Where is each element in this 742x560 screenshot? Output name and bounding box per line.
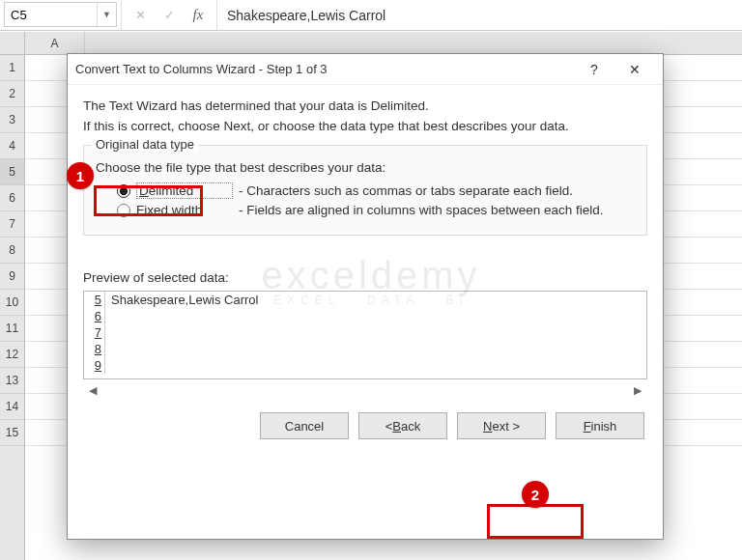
next-button[interactable]: Next > — [457, 412, 546, 439]
row-header[interactable]: 1 — [0, 55, 24, 81]
preview-box[interactable]: 5Shakespeare,Lewis Carrol 6 7 8 9 — [83, 291, 647, 379]
radio-row-delimited: Delimited - Characters such as commas or… — [117, 182, 635, 199]
radio-row-fixed: Fixed width - Fields are aligned in colu… — [117, 203, 635, 217]
column-headers: A — [25, 32, 742, 55]
close-button[interactable]: ✕ — [614, 54, 655, 85]
preview-row-num: 8 — [84, 341, 105, 357]
preview-scrollbar[interactable]: ◀ ▶ — [83, 381, 647, 399]
intro-text-2: If this is correct, choose Next, or choo… — [83, 119, 647, 133]
cancel-formula-icon: ✕ — [128, 4, 153, 27]
name-box-input[interactable] — [5, 8, 97, 22]
row-header[interactable]: 6 — [0, 185, 24, 211]
intro-text-1: The Text Wizard has determined that your… — [83, 98, 647, 113]
preview-row-num: 7 — [84, 324, 105, 341]
dialog-titlebar[interactable]: Convert Text to Columns Wizard - Step 1 … — [68, 54, 663, 85]
scroll-left-icon[interactable]: ◀ — [85, 384, 100, 397]
formula-input[interactable]: Shakespeare,Lewis Carrol — [217, 0, 742, 30]
row-header[interactable]: 9 — [0, 264, 24, 290]
row-header[interactable]: 3 — [0, 107, 24, 133]
original-data-type-group: Original data type Choose the file type … — [83, 145, 647, 236]
row-header[interactable]: 14 — [0, 394, 24, 420]
name-box[interactable]: ▼ — [4, 2, 117, 27]
preview-row-val — [105, 341, 111, 357]
row-header[interactable]: 10 — [0, 290, 24, 316]
preview-row-num: 9 — [84, 357, 105, 374]
preview-row-val: Shakespeare,Lewis Carrol — [105, 292, 258, 308]
dialog-buttons: Cancel < Back Next > Finish — [257, 412, 647, 439]
preview-row-num: 5 — [84, 292, 105, 308]
select-all-cell[interactable] — [0, 32, 24, 55]
fx-icon[interactable]: fx — [186, 4, 211, 27]
row-header[interactable]: 8 — [0, 238, 24, 264]
row-header[interactable]: 2 — [0, 81, 24, 107]
preview-row-val — [105, 357, 111, 374]
radio-fixed-width[interactable]: Fixed width — [117, 203, 233, 217]
back-button[interactable]: < Back — [358, 412, 447, 439]
preview-row-val — [105, 308, 111, 324]
radio-delimited[interactable]: Delimited — [117, 182, 233, 199]
fieldset-legend: Original data type — [92, 137, 198, 152]
scroll-right-icon[interactable]: ▶ — [630, 384, 645, 397]
preview-label: Preview of selected data: — [83, 270, 647, 285]
formula-buttons: ✕ ✓ fx — [121, 0, 217, 30]
radio-fixed-desc: - Fields are aligned in columns with spa… — [239, 203, 603, 217]
row-headers: 1 2 3 4 5 6 7 8 9 10 11 12 13 14 15 — [0, 32, 25, 560]
row-header[interactable]: 11 — [0, 316, 24, 342]
cancel-button[interactable]: Cancel — [260, 412, 349, 439]
preview-row-val — [105, 324, 111, 341]
preview-row-num: 6 — [84, 308, 105, 324]
finish-button[interactable]: Finish — [556, 412, 644, 439]
radio-delimited-desc: - Characters such as commas or tabs sepa… — [239, 183, 573, 198]
row-header[interactable]: 5 — [0, 159, 24, 185]
radio-delimited-label: Delimited — [136, 182, 233, 199]
dialog-title: Convert Text to Columns Wizard - Step 1 … — [75, 62, 574, 76]
column-header[interactable]: A — [25, 32, 85, 55]
row-header[interactable]: 4 — [0, 133, 24, 159]
row-header[interactable]: 13 — [0, 368, 24, 394]
formula-bar: ▼ ✕ ✓ fx Shakespeare,Lewis Carrol — [0, 0, 742, 31]
text-to-columns-dialog: Convert Text to Columns Wizard - Step 1 … — [67, 53, 664, 540]
dialog-body: The Text Wizard has determined that your… — [68, 85, 663, 439]
fieldset-prompt: Choose the file type that best describes… — [96, 160, 635, 175]
name-box-dropdown[interactable]: ▼ — [97, 3, 116, 26]
radio-fixed-label: Fixed width — [136, 203, 233, 217]
accept-formula-icon: ✓ — [157, 4, 182, 27]
radio-delimited-input[interactable] — [117, 184, 130, 198]
radio-fixed-input[interactable] — [117, 204, 130, 217]
row-header[interactable]: 7 — [0, 211, 24, 238]
help-button[interactable]: ? — [574, 54, 614, 85]
row-header[interactable]: 15 — [0, 420, 24, 446]
row-header[interactable]: 12 — [0, 342, 24, 368]
